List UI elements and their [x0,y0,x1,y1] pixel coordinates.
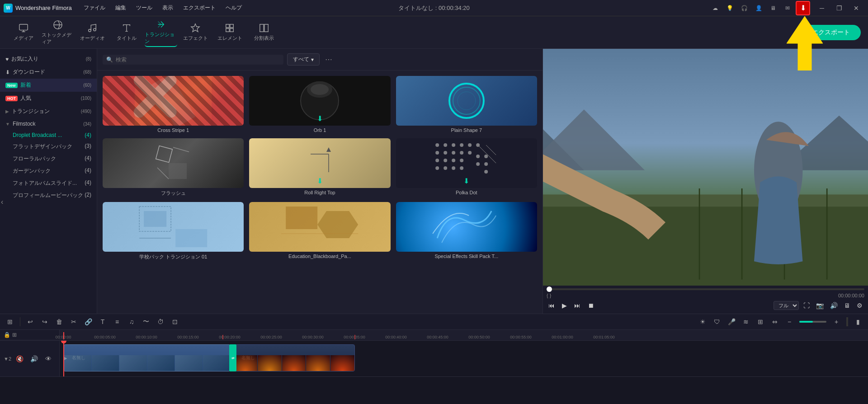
separator-zoom [846,317,848,326]
headset-icon[interactable]: 🎧 [738,2,750,14]
clip-2[interactable]: ▶ 名無し [233,344,355,371]
grid-item-school[interactable]: 学校パック トランジション 01 [103,202,244,260]
fullscreen-button[interactable]: ⛶ [802,300,811,311]
cloud-icon[interactable]: ☁ [709,2,722,14]
screen-record-button[interactable]: 🖥 [842,300,852,311]
speed-button[interactable]: ⏱ [154,315,167,328]
track-mute-button[interactable]: 🔇 [13,352,26,365]
undo-button[interactable]: ↩ [24,315,37,328]
thumb-plainshape [396,76,537,126]
audio-button[interactable]: 🔊 [828,300,840,311]
close-button[interactable]: ✕ [848,0,864,16]
restore-button[interactable]: ❐ [831,0,847,16]
grid-item-polkadot[interactable]: ⬇ Polka Dot [396,138,537,197]
filter-button[interactable]: すべて ▾ [287,53,320,66]
grid-item-rollright[interactable]: ⬇ Roll Right Top [249,138,390,197]
audio-tool-button[interactable]: ♫ [125,315,138,328]
project-title: タイトルなし : 00:00:34:20 [398,4,470,12]
snapshot-button[interactable]: 📷 [814,300,826,311]
sidebar-collapse-arrow[interactable]: ‹ [0,196,4,208]
next-frame-button[interactable]: ⏭ [572,300,582,311]
redo-button[interactable]: ↪ [38,315,51,328]
grid-item-crossstripe[interactable]: Cross Stripe 1 [103,76,244,133]
main-toolbar: メディア ストックメディア オーディオ タイトル トランジション エフェクト [0,16,868,49]
ripple-icon[interactable]: ⊞ [754,315,767,328]
toolbar-stock[interactable]: ストックメディア [42,18,74,47]
minimize-button[interactable]: ─ [814,0,830,16]
zoom-slider-track[interactable] [799,321,826,323]
zoom-out-button[interactable]: − [783,315,796,328]
sidebar-sub-profile[interactable]: プロフィールムービーパック (2) [0,189,97,202]
settings-button[interactable]: ⚙ [855,300,864,311]
svg-point-43 [443,166,447,170]
menu-help[interactable]: ヘルプ [221,2,246,14]
screen-icon[interactable]: 🖥 [767,2,779,14]
toolbar-effect[interactable]: エフェクト [179,18,212,47]
track-visibility-button[interactable]: 👁 [42,352,55,365]
playhead-ruler-marker2 [222,335,223,339]
grid-item-plainshape[interactable]: Plain Shape 7 [396,76,537,133]
sidebar-sub-flat[interactable]: フラットデザインパック (3) [0,141,97,153]
sidebar-item-favorites[interactable]: ♥ お気に入り (8) [0,52,97,66]
mail-icon[interactable]: ✉ [781,2,794,14]
prev-frame-button[interactable]: ⏮ [547,300,557,311]
delete-button[interactable]: 🗑 [53,315,66,328]
shield-icon[interactable]: 🛡 [711,315,723,328]
preview-video [543,49,868,286]
bulb-icon[interactable]: 💡 [723,2,736,14]
toolbar-audio[interactable]: オーディオ [76,18,108,47]
grid-view-button[interactable]: ⊞ [4,315,16,328]
sidebar-sub-droplet[interactable]: Droplet Broadcast ... (4) [0,130,97,141]
menu-file[interactable]: ファイル [79,2,110,14]
sidebar-item-new[interactable]: New 新着 (60) [0,79,97,92]
toolbar-element[interactable]: エレメント [213,18,246,47]
scissors-button[interactable]: ✂ [67,315,80,328]
grid-item-orb[interactable]: ⬇ Orb 1 [249,76,390,133]
export-button[interactable]: エクスポート [801,25,861,40]
toolbar-title[interactable]: タイトル [110,18,143,47]
avatar-icon[interactable]: 👤 [752,2,765,14]
menu-view[interactable]: 表示 [158,2,178,14]
toolbar-media[interactable]: メディア [7,18,40,47]
crop-button[interactable]: ⊡ [169,315,181,328]
text-button[interactable]: T [96,315,109,328]
sidebar-item-download[interactable]: ⬇ ダウンロード (68) [0,66,97,79]
track-volume-button[interactable]: 🔊 [28,352,40,365]
expand-icon[interactable]: ⇔ [769,315,781,328]
link-button[interactable]: ⊞ [12,332,17,338]
menu-edit[interactable]: 編集 [111,2,131,14]
clip-1[interactable]: ▶ 名無し [63,344,231,371]
quality-select[interactable]: フル [774,301,799,310]
sidebar-sub-floral[interactable]: フローラルパック (4) [0,153,97,165]
sun-icon[interactable]: ☀ [696,315,709,328]
play-pause-button[interactable]: ▶ [560,300,569,311]
zoom-in-button[interactable]: + [830,315,843,328]
sidebar-item-popular[interactable]: HOT 人気 (100) [0,92,97,105]
caption-icon[interactable]: ≋ [740,315,752,328]
progress-bar[interactable] [547,288,864,290]
menu-tools[interactable]: ツール [132,2,157,14]
more-button[interactable]: ⋯ [323,53,334,66]
sidebar-item-filmstock[interactable]: ▼ Filmstock (34) [0,118,97,130]
lock-button[interactable]: 🔒 [4,332,10,338]
grid-item-flash[interactable]: フラッシュ [103,138,244,197]
grid-item-special[interactable]: Special Effects Skill Pack T... [396,202,537,260]
menu-export[interactable]: エクスポート [179,2,220,14]
download-header-button[interactable]: ⬇ [796,1,810,15]
toolbar-split[interactable]: 分割表示 [248,18,280,47]
toolbar-transition[interactable]: トランジション [145,18,177,47]
sidebar-item-transition[interactable]: ▶ トランジション (490) [0,105,97,118]
svg-point-29 [452,143,455,147]
ruler-3: 00:00:15:00 [177,335,199,339]
motion-button[interactable]: 〜 [140,315,152,328]
grid-item-blackboard[interactable]: Education_Blackboard_Pa... [249,202,390,260]
sidebar-sub-photoalbum[interactable]: フォトアルバムスライド... (4) [0,177,97,189]
adjust-button[interactable]: ≡ [111,315,123,328]
mic-icon[interactable]: 🎤 [725,315,738,328]
sidebar-sub-garden[interactable]: ガーデンパック (4) [0,165,97,177]
record-strip-button[interactable]: ▮ [852,315,864,328]
search-input[interactable] [116,56,280,63]
chain-button[interactable]: 🔗 [82,315,94,328]
stop-button[interactable]: ⏹ [586,300,596,311]
hot-badge: HOT [5,96,18,101]
